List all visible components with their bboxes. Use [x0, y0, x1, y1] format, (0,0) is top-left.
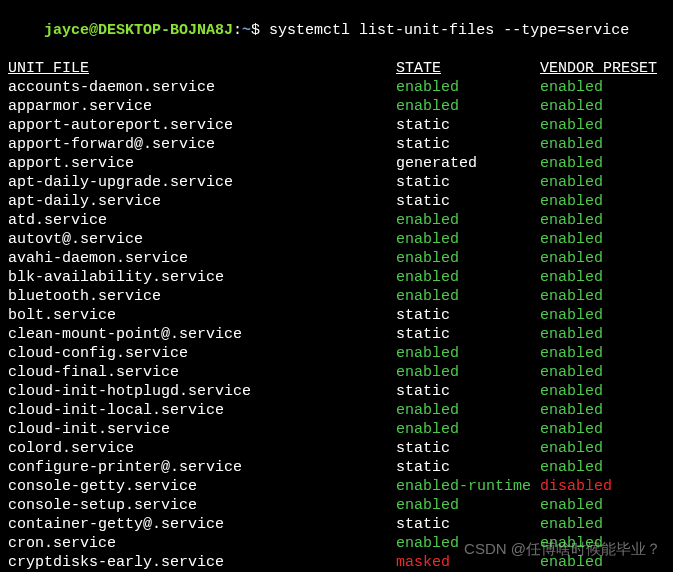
preset-cell: enabled: [540, 211, 603, 230]
unit-file-cell: configure-printer@.service: [8, 458, 396, 477]
preset-cell: enabled: [540, 192, 603, 211]
table-row: blk-availability.serviceenabledenabled: [8, 268, 665, 287]
unit-file-cell: container-getty@.service: [8, 515, 396, 534]
table-row: console-setup.serviceenabledenabled: [8, 496, 665, 515]
table-row: apt-daily-upgrade.servicestaticenabled: [8, 173, 665, 192]
table-row: console-getty.serviceenabled-runtimedisa…: [8, 477, 665, 496]
state-cell: enabled: [396, 496, 540, 515]
state-cell: static: [396, 173, 540, 192]
service-list: accounts-daemon.serviceenabledenabledapp…: [8, 78, 665, 572]
unit-file-cell: cloud-init-hotplugd.service: [8, 382, 396, 401]
preset-cell: enabled: [540, 230, 603, 249]
unit-file-cell: cloud-config.service: [8, 344, 396, 363]
unit-file-cell: console-getty.service: [8, 477, 396, 496]
unit-file-cell: blk-availability.service: [8, 268, 396, 287]
state-cell: static: [396, 439, 540, 458]
preset-cell: enabled: [540, 496, 603, 515]
preset-cell: enabled: [540, 458, 603, 477]
preset-cell: enabled: [540, 420, 603, 439]
preset-cell: enabled: [540, 534, 603, 553]
preset-cell: enabled: [540, 287, 603, 306]
terminal-output: jayce@DESKTOP-BOJNA8J:~$ systemctl list-…: [0, 0, 673, 572]
unit-file-cell: cryptdisks-early.service: [8, 553, 396, 572]
unit-file-cell: cloud-init-local.service: [8, 401, 396, 420]
state-cell: enabled: [396, 97, 540, 116]
unit-file-cell: cron.service: [8, 534, 396, 553]
table-row: clean-mount-point@.servicestaticenabled: [8, 325, 665, 344]
header-state: STATE: [396, 59, 540, 78]
table-row: container-getty@.servicestaticenabled: [8, 515, 665, 534]
unit-file-cell: avahi-daemon.service: [8, 249, 396, 268]
state-cell: enabled: [396, 211, 540, 230]
table-row: bluetooth.serviceenabledenabled: [8, 287, 665, 306]
unit-file-cell: apport-autoreport.service: [8, 116, 396, 135]
preset-cell: enabled: [540, 553, 603, 572]
state-cell: static: [396, 325, 540, 344]
prompt-path: ~: [242, 22, 251, 39]
unit-file-cell: cloud-init.service: [8, 420, 396, 439]
command-text: systemctl list-unit-files --type=service: [269, 22, 629, 39]
table-row: apparmor.serviceenabledenabled: [8, 97, 665, 116]
state-cell: enabled: [396, 344, 540, 363]
preset-cell: enabled: [540, 439, 603, 458]
table-row: apport-autoreport.servicestaticenabled: [8, 116, 665, 135]
state-cell: static: [396, 135, 540, 154]
unit-file-cell: bluetooth.service: [8, 287, 396, 306]
state-cell: static: [396, 382, 540, 401]
preset-cell: enabled: [540, 401, 603, 420]
table-row: cryptdisks-early.servicemaskedenabled: [8, 553, 665, 572]
table-row: colord.servicestaticenabled: [8, 439, 665, 458]
table-row: apt-daily.servicestaticenabled: [8, 192, 665, 211]
table-row: configure-printer@.servicestaticenabled: [8, 458, 665, 477]
preset-cell: enabled: [540, 515, 603, 534]
table-row: cloud-init.serviceenabledenabled: [8, 420, 665, 439]
prompt-dollar: $: [251, 22, 269, 39]
table-row: cloud-config.serviceenabledenabled: [8, 344, 665, 363]
state-cell: static: [396, 192, 540, 211]
table-row: accounts-daemon.serviceenabledenabled: [8, 78, 665, 97]
state-cell: enabled-runtime: [396, 477, 540, 496]
prompt-line: jayce@DESKTOP-BOJNA8J:~$ systemctl list-…: [8, 2, 665, 59]
header-vendor-preset: VENDOR PRESET: [540, 59, 657, 78]
state-cell: enabled: [396, 268, 540, 287]
prompt-user-host: jayce@DESKTOP-BOJNA8J: [44, 22, 233, 39]
preset-cell: enabled: [540, 173, 603, 192]
state-cell: static: [396, 116, 540, 135]
table-row: bolt.servicestaticenabled: [8, 306, 665, 325]
table-row: cloud-init-local.serviceenabledenabled: [8, 401, 665, 420]
table-row: cloud-init-hotplugd.servicestaticenabled: [8, 382, 665, 401]
preset-cell: enabled: [540, 382, 603, 401]
preset-cell: enabled: [540, 154, 603, 173]
state-cell: static: [396, 458, 540, 477]
table-row: avahi-daemon.serviceenabledenabled: [8, 249, 665, 268]
state-cell: enabled: [396, 249, 540, 268]
unit-file-cell: apport.service: [8, 154, 396, 173]
preset-cell: enabled: [540, 116, 603, 135]
preset-cell: enabled: [540, 306, 603, 325]
preset-cell: enabled: [540, 97, 603, 116]
header-unit-file: UNIT FILE: [8, 59, 396, 78]
table-row: apport.servicegeneratedenabled: [8, 154, 665, 173]
preset-cell: enabled: [540, 268, 603, 287]
state-cell: enabled: [396, 287, 540, 306]
unit-file-cell: apparmor.service: [8, 97, 396, 116]
state-cell: enabled: [396, 78, 540, 97]
state-cell: enabled: [396, 363, 540, 382]
table-row: cloud-final.serviceenabledenabled: [8, 363, 665, 382]
unit-file-cell: apt-daily.service: [8, 192, 396, 211]
state-cell: enabled: [396, 534, 540, 553]
unit-file-cell: cloud-final.service: [8, 363, 396, 382]
unit-file-cell: colord.service: [8, 439, 396, 458]
unit-file-cell: clean-mount-point@.service: [8, 325, 396, 344]
preset-cell: enabled: [540, 325, 603, 344]
state-cell: static: [396, 515, 540, 534]
prompt-colon: :: [233, 22, 242, 39]
unit-file-cell: bolt.service: [8, 306, 396, 325]
state-cell: enabled: [396, 401, 540, 420]
preset-cell: enabled: [540, 344, 603, 363]
state-cell: enabled: [396, 420, 540, 439]
table-row: autovt@.serviceenabledenabled: [8, 230, 665, 249]
unit-file-cell: console-setup.service: [8, 496, 396, 515]
table-header: UNIT FILESTATEVENDOR PRESET: [8, 59, 665, 78]
unit-file-cell: apt-daily-upgrade.service: [8, 173, 396, 192]
